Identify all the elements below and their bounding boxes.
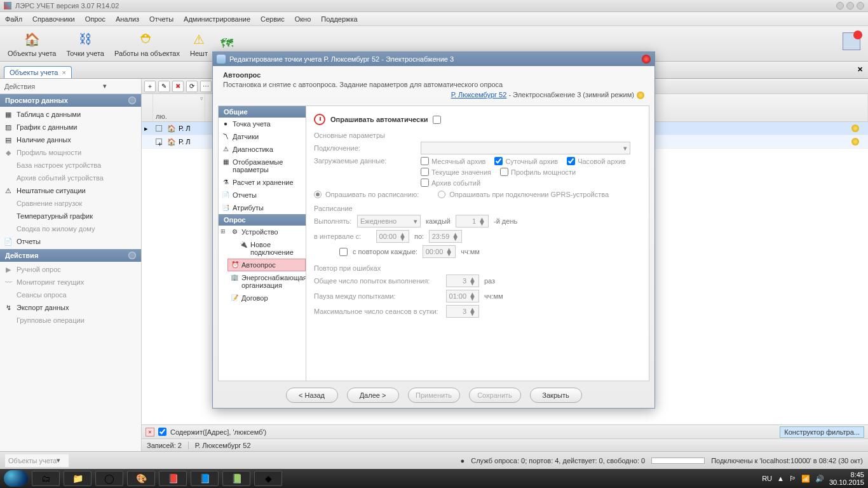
task-app[interactable]: ◆ [254, 471, 282, 486]
toolbar-objects[interactable]: 🏠Объекты учета [3, 29, 61, 58]
load-checkbox[interactable]: Суточный архив [494, 157, 558, 165]
notification-badge[interactable] [843, 32, 860, 50]
maximize-button[interactable] [846, 2, 854, 10]
filter-icon[interactable]: ▿ [200, 95, 203, 102]
close-button[interactable]: Закрыть [530, 388, 582, 403]
task-word[interactable]: 📘 [191, 471, 219, 486]
nav-org[interactable]: 🏢Энергоснабжающая организация [227, 271, 306, 292]
task-explorer[interactable]: 🗂 [32, 471, 60, 486]
clock[interactable]: 8:45 30.10.2015 [829, 471, 864, 486]
network-icon[interactable]: 📶 [801, 475, 810, 483]
every-spinner[interactable]: 1▲▼ [456, 215, 489, 227]
max-spinner[interactable]: 3▲▼ [446, 305, 479, 318]
grid-col-expand[interactable] [142, 94, 153, 121]
sidebar-item[interactable]: ▶Ручной опрос [0, 263, 141, 276]
sidebar-section-view[interactable]: Просмотр данных [0, 94, 141, 107]
sidebar-actions-dropdown[interactable]: Действия ▾ [0, 79, 141, 94]
attempts-spinner[interactable]: 3▲▼ [446, 274, 479, 287]
repeat-checkbox[interactable] [339, 248, 348, 256]
connection-combo[interactable]: ▾ [421, 142, 630, 154]
sidebar-item[interactable]: Архив событий устройства [0, 172, 141, 184]
sidebar-item[interactable]: Сеансы опроса [0, 288, 141, 301]
task-paint[interactable]: 🎨 [127, 471, 155, 486]
status-context-dropdown[interactable]: Объекты учета [5, 454, 69, 467]
menu-poll[interactable]: Опрос [85, 15, 105, 23]
menu-window[interactable]: Окно [295, 15, 311, 23]
start-button[interactable] [4, 470, 28, 487]
time-from-spinner[interactable]: 00:00▲▼ [376, 230, 409, 243]
volume-icon[interactable]: 🔊 [815, 475, 824, 483]
toolbar-alerts[interactable]: ⚠Нешт [185, 29, 213, 58]
menu-support[interactable]: Поддержка [321, 15, 357, 23]
sidebar-item[interactable]: ◆Профиль мощности [0, 146, 141, 159]
sidebar-item[interactable]: Сравнение нагрузок [0, 197, 141, 210]
load-checkbox[interactable]: Архив событий [421, 179, 480, 187]
sidebar-item[interactable]: Групповые операции [0, 314, 141, 327]
toolbar-map[interactable]: 🗺 [213, 34, 241, 54]
filter-builder-button[interactable]: Конструктор фильтра... [780, 426, 864, 438]
sidebar-item[interactable]: База настроек устройства [0, 159, 141, 172]
task-chrome[interactable]: ◯ [95, 471, 123, 486]
sidebar-item[interactable]: ▤Наличие данных [0, 133, 141, 146]
close-button[interactable] [857, 2, 864, 10]
nav-device[interactable]: ⚙Устройство [227, 226, 306, 238]
toolbar-works[interactable]: ⛑Работы на объектах [109, 29, 185, 58]
flag-icon[interactable]: 🏳 [789, 475, 796, 482]
perform-combo[interactable]: Ежедневно▾ [357, 215, 421, 227]
grid-refresh-button[interactable]: ⟳ [186, 81, 198, 92]
sidebar-item[interactable]: Сводка по жилому дому [0, 222, 141, 235]
grid-more-button[interactable]: ⋯ [200, 81, 212, 92]
minimize-button[interactable] [836, 2, 844, 10]
nav-item[interactable]: 〽Датчики [219, 130, 306, 143]
menu-ref[interactable]: Справочники [32, 15, 75, 23]
menu-reports[interactable]: Отчеты [149, 15, 173, 23]
filter-enabled-checkbox[interactable] [158, 428, 166, 436]
nav-item[interactable]: ⚗Расчет и хранение [219, 176, 306, 189]
breadcrumb-link[interactable]: Р. Люксембург 52 [451, 91, 507, 98]
grid-delete-button[interactable]: ✖ [172, 81, 184, 92]
save-button[interactable]: Сохранить [469, 388, 521, 403]
time-to-spinner[interactable]: 23:59▲▼ [429, 230, 462, 243]
sidebar-section-actions[interactable]: Действия [0, 249, 141, 262]
sidebar-item[interactable]: Температурный график [0, 210, 141, 222]
load-checkbox[interactable]: Текущие значения [421, 168, 491, 176]
nav-new-connection[interactable]: 🔌Новое подключение [236, 238, 306, 259]
nav-item[interactable]: ▦Отображаемые параметры [219, 156, 306, 176]
tab-objects[interactable]: Объекты учета × [4, 66, 72, 78]
sidebar-item[interactable]: ⚠Нештатные ситуации [0, 184, 141, 197]
tab-close-icon[interactable]: × [62, 69, 65, 76]
task-folder[interactable]: 📁 [64, 471, 92, 486]
nav-autopoll[interactable]: ⏰Автоопрос [227, 259, 306, 271]
sidebar-item[interactable]: 📄Отчеты [0, 235, 141, 248]
menu-analysis[interactable]: Анализ [116, 15, 139, 23]
nav-contract[interactable]: 📝Договор [227, 292, 306, 304]
pause-spinner[interactable]: 01:00▲▼ [446, 290, 479, 302]
nav-item[interactable]: 📄Отчеты [219, 189, 306, 201]
tray-icon[interactable]: ▲ [777, 475, 784, 482]
nav-section-general[interactable]: Общие [219, 106, 306, 118]
next-button[interactable]: Далее > [347, 388, 399, 403]
nav-section-poll[interactable]: Опрос [219, 214, 306, 226]
task-excel[interactable]: 📗 [222, 471, 250, 486]
filter-clear-button[interactable]: × [146, 428, 154, 437]
grid-add-button[interactable]: ＋ [144, 81, 156, 92]
grid-edit-button[interactable]: ✎ [158, 81, 170, 92]
load-checkbox[interactable]: Месячный архив [421, 157, 485, 165]
apply-button[interactable]: Применить [408, 388, 460, 403]
grid-col-0[interactable]: лю.▿ [153, 94, 205, 121]
toolbar-points[interactable]: ⛓Точки учета [61, 29, 109, 58]
sidebar-item[interactable]: ▨График с данными [0, 121, 141, 133]
load-checkbox[interactable]: Часовой архив [567, 157, 626, 165]
nav-item[interactable]: 📑Атрибуты [219, 201, 306, 214]
radio-schedule[interactable]: Опрашивать по расписанию: [314, 191, 419, 198]
radio-gprs[interactable]: Опрашивать при подключении GPRS-устройст… [438, 191, 609, 198]
nav-item[interactable]: ●Точка учета [219, 118, 306, 130]
sidebar-item[interactable]: ▦Таблица с данными [0, 108, 141, 121]
load-checkbox[interactable]: Профиль мощности [500, 168, 576, 176]
menu-file[interactable]: Файл [5, 15, 22, 23]
menu-admin[interactable]: Администрирование [184, 15, 250, 23]
task-pdf[interactable]: 📕 [159, 471, 187, 486]
back-button[interactable]: < Назад [286, 388, 338, 403]
tabs-close-all[interactable]: ✕ [857, 65, 863, 74]
nav-item[interactable]: ⚠Диагностика [219, 143, 306, 156]
